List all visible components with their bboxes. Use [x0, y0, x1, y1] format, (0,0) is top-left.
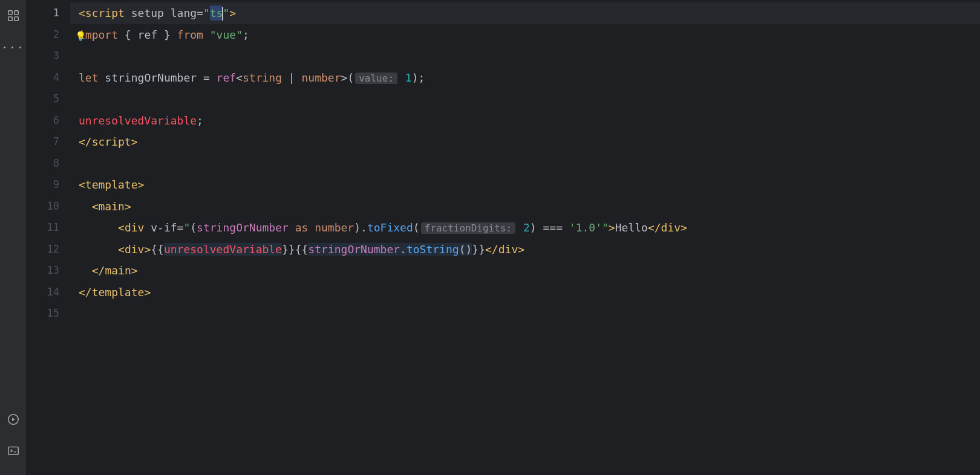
code-line-6[interactable]: unresolvedVariable; [70, 110, 980, 132]
intention-bulb-icon[interactable]: 💡 [75, 26, 87, 48]
terminal-icon[interactable] [6, 444, 21, 458]
line-number: 10 [27, 196, 59, 218]
code-line-15[interactable] [70, 303, 980, 325]
code-line-2[interactable]: 💡import { ref } from "vue"; [70, 24, 980, 46]
line-number: 15 [27, 303, 59, 325]
code-line-3[interactable] [70, 45, 980, 67]
code-line-14[interactable]: </template> [70, 282, 980, 303]
line-number: 4 [27, 67, 59, 89]
code-line-9[interactable]: <template> [70, 174, 980, 196]
more-icon[interactable]: ··· [6, 40, 21, 54]
line-number: 2 [27, 24, 59, 46]
code-line-4[interactable]: let stringOrNumber = ref<string | number… [70, 67, 980, 89]
code-line-5[interactable] [70, 88, 980, 110]
code-line-13[interactable]: </main> [70, 260, 980, 282]
tool-sidebar: ··· [0, 0, 27, 475]
svg-rect-2 [8, 17, 11, 21]
line-number: 6 [27, 110, 59, 132]
line-number: 3 [27, 45, 59, 67]
run-icon[interactable] [6, 412, 21, 427]
unresolved-reference: unresolvedVariable [164, 243, 282, 256]
line-number: 12 [27, 239, 59, 260]
svg-rect-1 [14, 11, 18, 15]
line-number: 5 [27, 88, 59, 110]
code-line-8[interactable] [70, 153, 980, 175]
line-number: 13 [27, 260, 59, 282]
svg-rect-0 [8, 11, 11, 15]
editor[interactable]: 1 2 3 4 5 6 7 8 9 10 11 12 13 14 15 <scr… [27, 0, 980, 475]
code-line-10[interactable]: <main> [70, 196, 980, 218]
line-number: 9 [27, 174, 59, 196]
line-number: 8 [27, 153, 59, 175]
apps-icon[interactable] [6, 8, 21, 23]
code-line-11[interactable]: <div v-if="(stringOrNumber as number).to… [70, 217, 980, 239]
line-gutter: 1 2 3 4 5 6 7 8 9 10 11 12 13 14 15 [27, 0, 70, 475]
code-text[interactable]: <script setup lang="ts"> 💡import { ref }… [70, 0, 980, 475]
inlay-hint: value: [355, 73, 397, 84]
inlay-hint: fractionDigits: [421, 222, 516, 234]
unresolved-reference: unresolvedVariable [79, 114, 197, 127]
line-number: 7 [27, 131, 59, 153]
code-line-12[interactable]: <div>{{unresolvedVariable}}{{stringOrNum… [70, 239, 980, 260]
svg-rect-5 [8, 447, 18, 455]
line-number: 14 [27, 282, 59, 303]
line-number: 11 [27, 217, 59, 239]
code-line-1[interactable]: <script setup lang="ts"> [70, 2, 980, 24]
line-number: 1 [27, 2, 59, 24]
svg-rect-3 [14, 17, 18, 21]
code-line-7[interactable]: </script> [70, 131, 980, 153]
